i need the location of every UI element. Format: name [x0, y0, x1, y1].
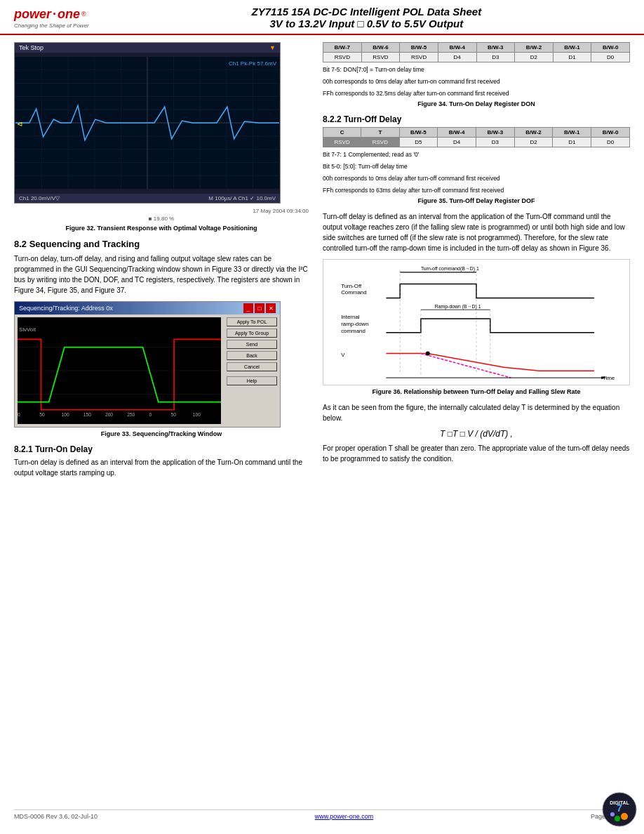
don-header-b5: B/W-5 — [400, 43, 438, 53]
svg-point-60 — [615, 816, 620, 821]
main-content: Tek Stop ▼ — [0, 35, 644, 491]
logo-dash: · — [53, 7, 56, 22]
svg-text:100: 100 — [193, 412, 201, 417]
dof-desc1: Bit 7-7: 1 Complemented; read as '0' — [323, 150, 630, 159]
don-desc3: FFh corresponds to 32.5ms delay after tu… — [323, 89, 630, 98]
fig35-caption: Figure 35. Turn-Off Delay Register DOF — [323, 197, 630, 204]
section821-heading: 8.2.1 Turn-On Delay — [14, 444, 309, 454]
fig32-caption: Figure 32. Transient Response with Optim… — [14, 225, 309, 232]
gui-minimize-btn[interactable]: _ — [243, 303, 253, 313]
section821-body: Turn-on delay is defined as an interval … — [14, 457, 309, 478]
svg-text:150: 150 — [83, 412, 91, 417]
fig36-caption: Figure 36. Relationship between Turn-Off… — [323, 388, 630, 395]
dof-header-b2: B/W-2 — [514, 128, 553, 138]
gui-sidebar: Apply To POL Apply To Group Send Back Ca… — [224, 315, 280, 427]
don-d4: D4 — [438, 53, 476, 62]
fig35-section: C T B/W-5 B/W-4 B/W-3 B/W-2 B/W-1 B/W-0 … — [323, 127, 630, 204]
dof-header-t: T — [361, 128, 399, 138]
dof-desc4: FFh corresponds to 63ms delay after turn… — [323, 186, 630, 195]
don-d0: D0 — [591, 53, 630, 62]
gui-figure33: Sequencing/Tracking: Address 0x _ □ ✕ — [14, 301, 281, 428]
fig34-section: B/W-7 B/W-6 B/W-5 B/W-4 B/W-3 B/W-2 B/W-… — [323, 42, 630, 107]
fig33-caption: Figure 33. Sequencing/Tracking Window — [14, 430, 309, 437]
svg-text:command: command — [341, 328, 365, 334]
don-rsvd1: RSVD — [323, 53, 362, 62]
gui-send-btn[interactable]: Send — [227, 340, 277, 349]
oscope-scale: Ch1 20.0mV/V▽ — [19, 195, 60, 201]
don-d2: D2 — [515, 53, 554, 62]
don-header-b2: B/W-2 — [515, 43, 554, 53]
svg-text:V: V — [341, 352, 345, 359]
svg-text:Turn-off command(B→D) 1: Turn-off command(B→D) 1 — [421, 266, 479, 272]
page-footer: MDS-0006 Rev 3.6, 02-Jul-10 www.power-on… — [14, 809, 630, 820]
title-line1: ZY7115 15A DC-DC Intelligent POL Data Sh… — [103, 6, 630, 18]
don-rsvd2: RSVD — [361, 53, 400, 62]
svg-text:SlvVolt: SlvVolt — [19, 326, 36, 333]
gui-close-btn[interactable]: ✕ — [266, 303, 276, 313]
svg-text:0: 0 — [18, 412, 20, 417]
gui-back-btn[interactable]: Back — [227, 351, 277, 360]
svg-text:Ramp-down (B→D) 1: Ramp-down (B→D) 1 — [435, 304, 481, 310]
svg-text:200: 200 — [105, 412, 113, 417]
timing-svg: Turn-Off Command Internal ramp-down comm… — [323, 260, 629, 385]
oscope-date: 17 May 2004 09:34:00 — [14, 208, 309, 214]
don-d1: D1 — [553, 53, 591, 62]
fig34-caption: Figure 34. Turn-On Delay Register DON — [323, 100, 630, 107]
dof-data-row: RSVD RSVD D5 D4 D3 D2 D1 D0 — [323, 138, 630, 147]
logo-tagline: Changing the Shape of Power — [14, 22, 89, 29]
dof-register-table: C T B/W-5 B/W-4 B/W-3 B/W-2 B/W-1 B/W-0 … — [323, 127, 630, 147]
svg-point-61 — [610, 812, 615, 816]
svg-text:250: 250 — [127, 412, 135, 417]
dof-d1: D1 — [553, 138, 591, 147]
oscope-header: Tek Stop ▼ — [15, 43, 280, 53]
dof-header-b3: B/W-3 — [476, 128, 514, 138]
title-line2: 3V to 13.2V Input □ 0.5V to 5.5V Output — [103, 18, 630, 29]
dof-header-c: C — [323, 128, 361, 138]
don-d3: D3 — [476, 53, 515, 62]
svg-text:Turn-Off: Turn-Off — [341, 283, 362, 289]
gui-cancel-btn[interactable]: Cancel — [227, 362, 277, 371]
gui-title-text: Sequencing/Tracking: Address 0x — [19, 305, 113, 312]
gui-maximize-btn[interactable]: □ — [255, 303, 264, 313]
logo-one-text: one — [58, 7, 80, 22]
svg-text:Command: Command — [341, 290, 366, 296]
svg-point-51 — [426, 352, 430, 356]
section82-heading: 8.2 Sequencing and Tracking — [14, 239, 309, 249]
svg-text:100: 100 — [61, 412, 69, 417]
don-header-b4: B/W-4 — [438, 43, 476, 53]
dof-header-b5: B/W-5 — [399, 128, 438, 138]
oscope-footer: Ch1 20.0mV/V▽ M 100µs/ A Ch1 ✓ 10.0mV — [15, 194, 280, 203]
dof-d0: D0 — [591, 138, 630, 147]
dof-d3: D3 — [476, 138, 514, 147]
dof-rsvd2: RSVD — [361, 138, 399, 147]
oscope-marker: ▼ — [269, 44, 276, 51]
gui-bottom-bar: Debut Slew Rate Turn Off Disable — [15, 427, 280, 428]
dof-header-b0: B/W-0 — [591, 128, 630, 138]
formula: T □T □ V / (dV/dT) , — [323, 429, 630, 439]
svg-text:50: 50 — [171, 412, 177, 417]
gui-chart-svg: 0 50 100 150 200 250 0 50 100 SlvVolt — [18, 317, 221, 424]
don-header-b3: B/W-3 — [476, 43, 515, 53]
company-logo: power · one ® Changing the Shape of Powe… — [14, 7, 89, 29]
gui-apply-pol-btn[interactable]: Apply To POL — [227, 317, 277, 326]
turnoff-body: Turn-off delay is defined as an interval… — [323, 211, 630, 253]
gui-help-btn[interactable]: Help — [227, 376, 277, 385]
formula-body1: As it can be seen from the figure, the i… — [323, 402, 630, 423]
oscope-time: M 100µs/ A Ch1 ✓ 10.0mV — [208, 195, 276, 201]
dof-header-b4: B/W-4 — [438, 128, 476, 138]
footer-link[interactable]: www.power-one.com — [315, 813, 374, 820]
document-title: ZY7115 15A DC-DC Intelligent POL Data Sh… — [103, 6, 630, 29]
svg-point-59 — [621, 813, 628, 820]
svg-text:50: 50 — [39, 412, 45, 417]
oscope-status: Tek Stop — [19, 44, 43, 51]
don-desc1: Bit 7-5: DON[7:0] = Turn-on delay time — [323, 65, 630, 74]
don-data-row: RSVD RSVD RSVD D4 D3 D2 D1 D0 — [323, 53, 630, 62]
svg-text:ramp-down: ramp-down — [341, 321, 369, 327]
dof-desc3: 00h corresponds to 0ms delay after turn-… — [323, 174, 630, 183]
gui-titlebar: Sequencing/Tracking: Address 0x _ □ ✕ — [15, 302, 280, 315]
gui-apply-group-btn[interactable]: Apply To Group — [227, 329, 277, 338]
don-header-row: B/W-7 B/W-6 B/W-5 B/W-4 B/W-3 B/W-2 B/W-… — [323, 43, 630, 53]
don-header-b0: B/W-0 — [591, 43, 630, 53]
oscilloscope-figure32: Tek Stop ▼ — [14, 42, 281, 204]
svg-text:⊲: ⊲ — [17, 120, 22, 128]
